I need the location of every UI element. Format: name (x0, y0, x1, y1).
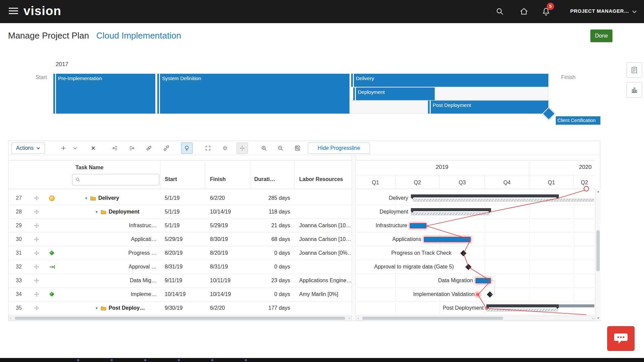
task-name-cell[interactable]: Progress … (60, 246, 161, 260)
table-row[interactable]: 33 Data Mig… 9/11/19 10/11/19 23 days Ap… (8, 274, 352, 288)
table-row[interactable]: 29 Infrastruc… 5/1/19 5/29/19 21 days Jo… (8, 219, 352, 233)
scroll-left-arrow[interactable]: ‹ (358, 316, 359, 320)
finish-cell: 10/14/19 (205, 288, 250, 301)
scrollbar-thumb[interactable] (15, 317, 345, 320)
drag-handle-icon[interactable] (29, 219, 44, 232)
scroll-down-arrow[interactable]: ▼ (597, 316, 600, 320)
table-row[interactable]: 32 Approval … 8/31/19 8/31/19 0 days (8, 260, 352, 274)
done-button[interactable]: Done (590, 29, 612, 42)
drag-handle-icon[interactable] (29, 191, 44, 205)
scrollbar-thumb[interactable] (596, 230, 600, 271)
gantt-milestone-progress-check[interactable] (460, 250, 466, 256)
gantt-milestone-implementation-validation[interactable] (487, 291, 493, 297)
collapse-caret-icon[interactable]: ▼ (85, 196, 88, 200)
gantt-vertical-scrollbar[interactable]: ▲ ▼ (595, 189, 600, 320)
gantt-task-bar-applications[interactable] (424, 237, 471, 242)
phase-bar-post-deployment[interactable]: Post Deployment (428, 101, 548, 114)
actions-menu-button[interactable]: Actions (11, 142, 45, 154)
plus-icon (60, 145, 67, 152)
row-number: 29 (8, 219, 29, 232)
delete-task-button[interactable] (88, 142, 99, 154)
task-name-cell[interactable]: Approval … (60, 260, 161, 274)
indent-task-button[interactable] (109, 142, 120, 154)
drag-handle-icon[interactable] (29, 233, 44, 246)
scroll-up-arrow[interactable]: ▲ (597, 190, 600, 193)
labor-cell (295, 205, 352, 219)
task-name-cell[interactable]: Infrastruc… (60, 219, 161, 232)
phase-bar-delivery[interactable]: Delivery (351, 74, 548, 87)
task-search-input[interactable] (83, 177, 156, 183)
duration-cell: 23 days (250, 274, 295, 287)
os-taskbar[interactable] (0, 358, 644, 362)
outdent-task-button[interactable] (126, 142, 138, 154)
home-icon[interactable] (519, 7, 529, 17)
zoom-to-fit-icon (294, 145, 301, 152)
zoom-out-button[interactable] (275, 142, 286, 154)
task-search-box[interactable] (72, 174, 159, 185)
chat-help-button[interactable] (607, 326, 635, 351)
zoom-out-icon (277, 145, 284, 152)
page-header: Manage Project Plan Cloud Implementation (0, 23, 644, 43)
drag-handle-icon[interactable] (29, 274, 44, 287)
table-row[interactable]: 34 ✓ Impleme… 10/14/19 10/14/19 0 days A… (8, 288, 352, 301)
zoom-in-button[interactable] (258, 142, 270, 154)
task-name-cell[interactable]: ▼Deployment (60, 205, 161, 219)
table-row[interactable]: 35 ▼Post Deploy… 9/30/19 6/2/20 177 days (8, 301, 352, 315)
drag-handle-icon[interactable] (29, 260, 44, 274)
add-task-button[interactable] (58, 142, 69, 154)
hamburger-menu-icon[interactable] (9, 8, 18, 15)
collapse-all-button[interactable] (219, 142, 231, 154)
duration-cell: 118 days (250, 205, 295, 219)
header-icon (44, 161, 60, 189)
task-name-cell[interactable]: Impleme… (60, 288, 161, 301)
task-name-cell[interactable]: ▼Post Deploy… (60, 301, 161, 315)
drag-handle-icon[interactable] (29, 301, 44, 315)
phase-bar-deployment[interactable]: Deployment (353, 87, 435, 100)
collapse-caret-icon[interactable]: ▼ (95, 210, 98, 214)
search-icon[interactable] (495, 7, 505, 17)
gantt-row: Implementation Validation (356, 288, 595, 301)
phase-bar-system-definition[interactable]: System Definition (157, 74, 350, 114)
hide-progressline-button[interactable]: Hide Progressline (308, 142, 370, 154)
drag-handle-icon[interactable] (29, 246, 44, 260)
scrollbar-thumb[interactable] (362, 317, 503, 320)
gantt-milestone-approval-gate[interactable] (465, 264, 471, 270)
table-horizontal-scrollbar[interactable]: ‹ › (8, 316, 352, 320)
unlink-tasks-button[interactable] (161, 142, 172, 154)
side-panel-chart-button[interactable] (627, 82, 642, 98)
highlight-critical-path-button[interactable] (181, 142, 193, 154)
drag-handle-icon[interactable] (29, 288, 44, 301)
drag-handle-icon[interactable] (29, 205, 44, 219)
gantt-horizontal-scrollbar[interactable]: ‹ › (356, 316, 595, 320)
progressline-date-marker[interactable] (584, 186, 589, 191)
scroll-left-arrow[interactable]: ‹ (10, 316, 11, 320)
phase-bar-pre-implementation[interactable]: Pre-Implementation (53, 74, 155, 114)
user-menu[interactable]: PROJECT MANAGER… (570, 8, 637, 14)
scroll-right-arrow[interactable]: › (348, 316, 350, 320)
table-gantt-splitter[interactable] (352, 155, 356, 320)
table-row[interactable]: 31 ✓ Progress … 8/20/19 8/20/19 0 days J… (8, 246, 352, 260)
quarter-cell: Q3 (440, 175, 485, 189)
progressline-toggle-button[interactable] (236, 142, 248, 154)
gantt-task-bar-data-migration[interactable] (476, 278, 491, 283)
table-row[interactable]: 27 ▼Delivery 5/1/19 6/2/20 285 days (8, 191, 352, 205)
zoom-to-fit-button[interactable] (292, 142, 303, 154)
expand-all-button[interactable] (202, 142, 214, 154)
task-name-cell[interactable]: Applicati… (60, 233, 161, 246)
task-name-cell[interactable]: ▼Delivery (60, 191, 161, 205)
gantt-summary-bar-deployment[interactable] (411, 208, 491, 211)
scroll-right-arrow[interactable]: › (592, 316, 593, 320)
table-row[interactable]: 30 Applicati… 5/29/19 8/30/19 68 days Jo… (8, 233, 352, 246)
table-row[interactable]: 28 ▼Deployment 5/1/19 10/14/19 118 days (8, 205, 352, 219)
project-name-link[interactable]: Cloud Implementation (96, 31, 181, 41)
task-name-cell[interactable]: Data Mig… (60, 274, 161, 287)
link-tasks-button[interactable] (143, 142, 155, 154)
gantt-summary-bar-delivery[interactable] (411, 194, 559, 197)
gantt-task-bar-infrastructure[interactable] (410, 223, 426, 228)
collapse-caret-icon[interactable]: ▼ (95, 306, 98, 310)
user-menu-label: PROJECT MANAGER… (570, 8, 629, 14)
side-panel-document-button[interactable] (627, 62, 642, 78)
notification-count-badge: 5 (547, 3, 554, 10)
gantt-summary-bar-post-deployment[interactable] (486, 304, 559, 307)
add-task-dropdown-button[interactable] (71, 142, 79, 154)
